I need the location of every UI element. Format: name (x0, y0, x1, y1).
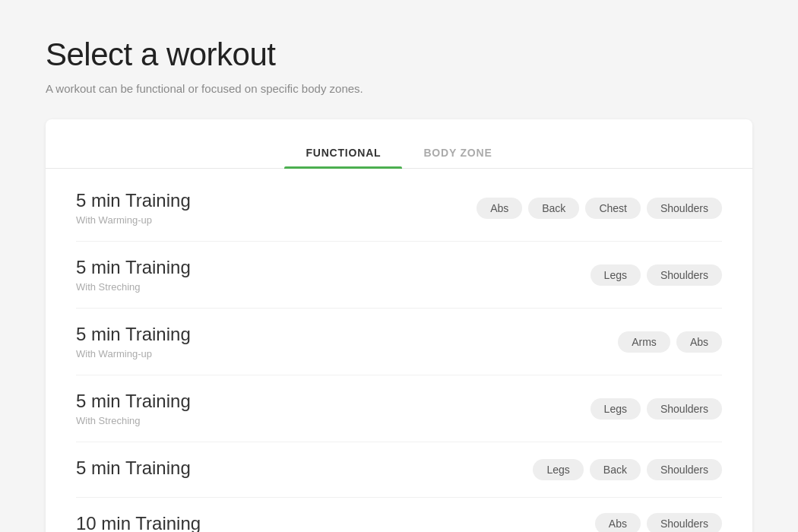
tab-body-zone[interactable]: BODY ZONE (402, 138, 513, 168)
workout-name: 5 min Training (76, 391, 191, 412)
workout-name: 5 min Training (76, 190, 191, 211)
tag: Abs (595, 513, 641, 532)
partial-workout-name: 10 min Training (76, 513, 201, 532)
workout-tags: Legs Shoulders (591, 398, 722, 420)
page-subtitle: A workout can be functional or focused o… (46, 82, 752, 95)
tag: Abs (477, 198, 522, 219)
partial-workout-item[interactable]: 10 min Training Abs Shoulders (76, 498, 722, 532)
workout-name: 5 min Training (76, 257, 191, 278)
tag: Legs (533, 459, 583, 480)
workout-item[interactable]: 5 min Training With Streching Legs Shoul… (76, 375, 722, 442)
tag: Back (590, 459, 641, 480)
workout-info: 5 min Training With Warming-up (76, 190, 191, 226)
tag: Arms (618, 331, 670, 353)
workout-name: 5 min Training (76, 324, 191, 345)
workout-info: 5 min Training With Streching (76, 391, 191, 426)
workout-item[interactable]: 5 min Training With Warming-up Arms Abs (76, 309, 722, 375)
tag: Shoulders (647, 459, 722, 480)
workout-info: 5 min Training With Warming-up (76, 324, 191, 359)
tag: Legs (591, 398, 641, 420)
tag: Shoulders (647, 513, 722, 532)
tag: Legs (591, 264, 641, 286)
workout-desc: With Warming-up (76, 214, 191, 226)
tag: Chest (585, 198, 641, 219)
tag: Shoulders (647, 398, 722, 420)
tab-functional[interactable]: FUNCTIONAL (284, 138, 402, 168)
workout-tags: Legs Shoulders (591, 264, 722, 286)
workout-desc: With Streching (76, 415, 191, 426)
tag: Shoulders (647, 264, 722, 286)
workout-card: FUNCTIONAL BODY ZONE 5 min Training With… (46, 119, 752, 532)
workout-tags: Legs Back Shoulders (533, 459, 722, 480)
workout-item[interactable]: 5 min Training With Warming-up Abs Back … (76, 175, 722, 242)
workout-item[interactable]: 5 min Training With Streching Legs Shoul… (76, 242, 722, 309)
workout-tags: Abs Back Chest Shoulders (477, 198, 722, 219)
page-title: Select a workout (46, 36, 752, 73)
workout-name: 5 min Training (76, 458, 191, 479)
workout-desc: With Warming-up (76, 348, 191, 359)
tag: Back (528, 198, 579, 219)
workout-list: 5 min Training With Warming-up Abs Back … (46, 175, 752, 532)
workout-desc: With Streching (76, 281, 191, 293)
workout-item[interactable]: 5 min Training Legs Back Shoulders (76, 442, 722, 498)
tag: Shoulders (647, 198, 722, 219)
tabs-container: FUNCTIONAL BODY ZONE (46, 119, 752, 169)
workout-tags: Abs Shoulders (595, 513, 722, 532)
workout-info: 5 min Training (76, 458, 191, 482)
tag: Abs (676, 331, 722, 353)
workout-tags: Arms Abs (618, 331, 722, 353)
workout-info: 5 min Training With Streching (76, 257, 191, 293)
page-container: Select a workout A workout can be functi… (0, 0, 798, 532)
